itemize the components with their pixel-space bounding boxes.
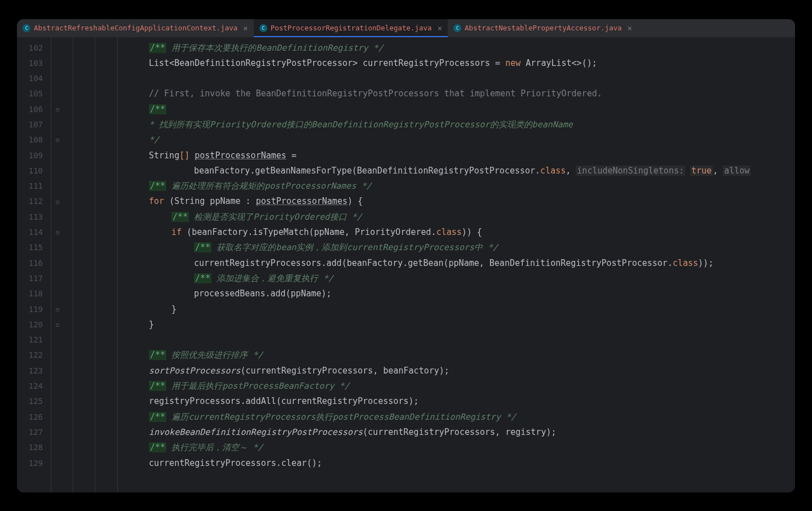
- code-token: [164, 196, 169, 206]
- line-number: 118: [17, 286, 51, 301]
- code-token: (: [342, 258, 347, 268]
- tab-label: AbstractRefreshableConfigApplicationCont…: [34, 24, 237, 32]
- code-token: ppName: [291, 288, 321, 299]
- code-token: ppName: [449, 258, 479, 268]
- code-token: BeanDefinitionRegistryPostProcessor.: [489, 258, 673, 268]
- line-number: 127: [17, 425, 51, 440]
- line-number: 114: [17, 225, 51, 240]
- fold-marker: [51, 256, 64, 271]
- line-number: 119: [17, 302, 51, 317]
- line-number: 106: [17, 102, 51, 117]
- code-token: PriorityOrdered.: [355, 227, 436, 237]
- code-token: class: [436, 227, 462, 237]
- code-token: (: [309, 227, 314, 237]
- parameter-hint: allow: [723, 166, 751, 176]
- java-class-icon: C: [453, 24, 461, 32]
- code-token: invokeBeanDefinitionRegistryPostProcesso…: [149, 427, 363, 437]
- code-token: ,: [566, 166, 576, 176]
- fold-marker[interactable]: ⊟: [51, 225, 64, 240]
- code-token: (: [276, 396, 281, 406]
- close-icon[interactable]: ×: [438, 24, 442, 33]
- code-token: ));: [698, 258, 713, 268]
- fold-marker[interactable]: ⊟: [51, 132, 64, 148]
- close-icon[interactable]: ×: [628, 24, 632, 33]
- line-number: 109: [17, 148, 51, 163]
- code-token: >: [352, 58, 363, 68]
- tab-file-2[interactable]: C PostProcessorRegistrationDelegate.java…: [254, 19, 448, 37]
- code-token: beanFactory.isTypeMatch: [192, 227, 309, 237]
- code-token: processedBeans.add: [194, 288, 286, 299]
- fold-marker: [51, 210, 64, 225]
- code-token: currentRegistryProcessors: [368, 427, 495, 437]
- code-token: currentRegistryProcessors: [188, 412, 316, 422]
- fold-marker: [51, 394, 64, 409]
- code-token: 执行完毕后，清空～: [166, 442, 253, 452]
- code-token: /**: [149, 381, 166, 391]
- code-token: (: [363, 427, 368, 437]
- fold-marker: [51, 410, 64, 425]
- code-token: */: [356, 181, 372, 191]
- line-number: 112: [17, 194, 51, 209]
- code-token: }: [149, 319, 154, 330]
- code-token: for: [149, 196, 164, 206]
- code-token: );: [439, 366, 449, 376]
- tab-file-3[interactable]: C AbstractNestablePropertyAccessor.java …: [448, 19, 638, 37]
- editor[interactable]: 1021031041051061071081091101111121131141…: [17, 37, 795, 492]
- code-token: BeanDefinitionRegistryPostProcessor: [174, 58, 352, 68]
- fold-marker: [51, 286, 64, 301]
- code-token: postProcessorNames: [256, 196, 348, 206]
- fold-marker: [51, 425, 64, 440]
- fold-marker: [51, 456, 64, 471]
- line-number: 115: [17, 240, 51, 255]
- code-token: postProcessorNames: [264, 181, 356, 191]
- fold-marker[interactable]: ⊟: [51, 194, 64, 209]
- code-token: 添加进集合，避免重复执行: [211, 273, 323, 283]
- code-token: /**: [149, 43, 166, 53]
- code-token: <: [169, 58, 174, 68]
- line-number: 104: [17, 71, 51, 86]
- code-token: beanFactory.getBeanNamesForType: [194, 166, 352, 176]
- code-token: }: [171, 304, 176, 314]
- code-token: */: [501, 412, 516, 422]
- code-token: BeanDefinitionRegistryPostProcessor.: [357, 166, 540, 176]
- tab-bar: C AbstractRefreshableConfigApplicationCo…: [17, 19, 795, 37]
- line-number: 124: [17, 379, 51, 394]
- code-token: */: [352, 212, 362, 222]
- code-token: BeanDefinitionRegistryPostProcessor: [312, 119, 490, 130]
- code-token: sortPostProcessors: [149, 366, 241, 376]
- code-token: );: [409, 396, 419, 406]
- code-token: =: [286, 150, 297, 161]
- fold-marker[interactable]: ⊟: [51, 317, 64, 332]
- line-number: 107: [17, 117, 51, 132]
- code-text[interactable]: /** 用于保存本次要执行的BeanDefinitionRegistry */ …: [149, 37, 795, 492]
- fold-marker: [51, 179, 64, 194]
- code-token: 执行: [316, 412, 333, 422]
- editor-window: C AbstractRefreshableConfigApplicationCo…: [17, 19, 795, 492]
- fold-marker: [51, 363, 64, 379]
- code-token: ,: [713, 166, 723, 176]
- code-token: if: [171, 227, 182, 237]
- code-token: registry: [505, 427, 546, 437]
- code-token: bean: [276, 242, 296, 252]
- code-token: // First, invoke the BeanDefinitionRegis…: [149, 88, 602, 99]
- code-token: =: [495, 58, 505, 68]
- code-token: List: [149, 58, 169, 68]
- fold-marker: [51, 332, 64, 348]
- tab-label: AbstractNestablePropertyAccessor.java: [465, 24, 621, 32]
- code-token: postProcessBeanDefinitionRegistry: [333, 412, 501, 422]
- code-token: (: [286, 288, 291, 299]
- fold-marker: [51, 148, 64, 163]
- code-token: 的实现类的: [490, 119, 532, 130]
- code-token: /**: [149, 104, 166, 114]
- close-icon[interactable]: ×: [243, 24, 248, 33]
- fold-marker[interactable]: ⊟: [51, 302, 64, 317]
- java-class-icon: C: [259, 24, 267, 32]
- code-token: (: [241, 366, 246, 376]
- fold-marker[interactable]: ⊟: [51, 102, 64, 117]
- code-token: /**: [194, 273, 211, 283]
- code-token: /**: [194, 242, 211, 252]
- line-number: 103: [17, 56, 51, 71]
- tab-file-1[interactable]: C AbstractRefreshableConfigApplicationCo…: [17, 19, 254, 37]
- line-number-gutter: 1021031041051061071081091101111121131141…: [17, 37, 51, 492]
- code-token: ) {: [347, 196, 363, 206]
